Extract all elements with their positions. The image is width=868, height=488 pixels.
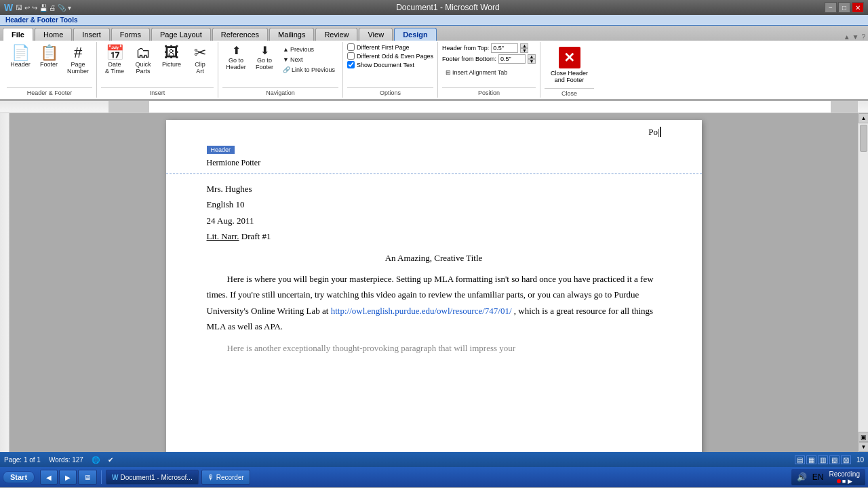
ribbon-commands: 📄 Header 📋 Footer # PageNumber Header & … <box>0 41 868 100</box>
page-header-area: Header Hermione Potter <box>166 140 702 174</box>
tab-insert[interactable]: Insert <box>73 28 110 41</box>
scroll-area[interactable]: Po| Header Hermione Potter Mrs. Hughes E… <box>9 113 858 452</box>
footer-from-bottom-label: Footer from Bottom: <box>442 56 496 62</box>
tab-references[interactable]: References <box>212 28 268 41</box>
taskbar-recorder-app[interactable]: 🎙 Recorder <box>201 470 250 485</box>
link-to-previous-button[interactable]: 🔗 Link to Previous <box>279 65 338 75</box>
restore-button[interactable]: □ <box>838 2 850 13</box>
view-buttons[interactable]: ▤ ▦ ▥ ▧ ▨ <box>795 455 851 464</box>
scroll-up-button[interactable]: ▲ <box>859 113 868 123</box>
recording-dot <box>837 479 841 483</box>
show-document-text-checkbox[interactable]: Show Document Text <box>347 61 433 68</box>
different-first-checkbox-input[interactable] <box>347 43 355 51</box>
position-group-label: Position <box>442 87 536 96</box>
previous-button[interactable]: ▲ Previous <box>279 45 338 54</box>
footer-button[interactable]: 📋 Footer <box>35 43 62 70</box>
header-button[interactable]: 📄 Header <box>7 43 34 70</box>
tab-home[interactable]: Home <box>35 28 72 41</box>
header-label: Header <box>207 146 235 154</box>
footer-from-bottom-input[interactable] <box>498 54 526 64</box>
word-count: Words: 127 <box>49 456 83 464</box>
recording-indicator[interactable]: Recording ■ ▶ <box>829 470 860 485</box>
clip-art-button[interactable]: ✂ ClipArt <box>186 43 214 77</box>
assignment-line: Lit. Narr. Draft #1 <box>207 228 661 244</box>
quick-parts-icon: 🗂 <box>136 45 151 60</box>
document-body: Mrs. Hughes English 10 24 Aug. 2011 Lit.… <box>166 174 702 375</box>
close-header-footer-icon: ✕ <box>559 47 580 68</box>
page-number-button[interactable]: # PageNumber <box>64 43 92 77</box>
document-page: Po| Header Hermione Potter Mrs. Hughes E… <box>166 120 702 452</box>
page-number-header: Po| <box>648 127 660 137</box>
picture-button[interactable]: 🖼 Picture <box>158 43 185 70</box>
scroll-down-button[interactable]: ▼ <box>859 442 868 452</box>
different-odd-even-input[interactable] <box>347 52 355 60</box>
tab-view[interactable]: View <box>359 28 393 41</box>
ribbon-group-close: ✕ Close Headerand Footer Close <box>540 42 598 98</box>
close-header-footer-button[interactable]: ✕ Close Headerand Footer <box>545 43 594 87</box>
tab-forms[interactable]: Forms <box>111 28 150 41</box>
footer-bottom-down-button[interactable]: ▼ <box>528 59 536 64</box>
language-icon: EN <box>812 472 824 482</box>
word-icon: W <box>4 2 13 13</box>
different-odd-even-checkbox[interactable]: Different Odd & Even Pages <box>347 52 433 60</box>
quick-launch-3[interactable]: 🖥 <box>78 470 97 485</box>
minimize-button[interactable]: − <box>825 2 837 13</box>
goto-footer-icon: ⬇ <box>260 45 269 56</box>
goto-header-icon: ⬆ <box>232 45 241 56</box>
word-taskbar-label: Document1 - Microsof... <box>121 474 193 481</box>
recorder-taskbar-icon: 🎙 <box>208 474 214 481</box>
taskbar-system-tray: 🔊 EN Recording ■ ▶ <box>791 469 865 485</box>
tab-mailings[interactable]: Mailings <box>269 28 314 41</box>
insert-alignment-tab-button[interactable]: ⊞ Insert Alignment Tab <box>442 68 536 77</box>
status-bar: Page: 1 of 1 Words: 127 🌐 ✔ ▤ ▦ ▥ ▧ ▨ 10 <box>0 452 868 467</box>
ribbon-group-navigation: ⬆ Go toHeader ⬇ Go toFooter ▲ Previous ▼ <box>218 42 343 98</box>
date-line: 24 Aug. 2011 <box>207 213 661 228</box>
tab-design[interactable]: Design <box>394 28 437 41</box>
quick-launch-2[interactable]: ▶ <box>59 470 77 485</box>
options-group-label2: Options <box>347 87 433 96</box>
footer-icon: 📋 <box>40 45 58 60</box>
header-from-top-input[interactable] <box>491 43 518 53</box>
quick-launch-1[interactable]: ◀ <box>40 470 58 485</box>
header-footer-tools-label: Header & Footer Tools <box>5 16 78 24</box>
title-text: Document1 - Microsoft Word <box>71 3 825 12</box>
ruler <box>0 101 868 113</box>
main-area: Po| Header Hermione Potter Mrs. Hughes E… <box>0 113 868 452</box>
close-group-label: Close <box>545 88 594 97</box>
quick-parts-button[interactable]: 🗂 QuickParts <box>130 43 157 77</box>
header-from-top-label: Header from Top: <box>442 45 489 52</box>
header-footer-group-label: Header & Footer <box>7 87 92 96</box>
tab-page-layout[interactable]: Page Layout <box>151 28 211 41</box>
picture-icon: 🖼 <box>164 45 179 60</box>
title-bar: W 🖫 ↩ ↪ 💾 🖨 📎 ▾ Document1 - Microsoft Wo… <box>0 0 868 15</box>
tab-file[interactable]: File <box>3 28 33 41</box>
left-ruler <box>0 113 9 452</box>
start-button[interactable]: Start <box>3 471 35 483</box>
close-button[interactable]: ✕ <box>852 2 864 13</box>
scroll-split-button[interactable]: ▣ <box>859 432 868 442</box>
goto-header-button[interactable]: ⬆ Go toHeader <box>222 43 250 73</box>
scroll-thumb[interactable] <box>860 125 867 152</box>
paragraph1: Here is where you will begin your master… <box>207 271 661 335</box>
next-button[interactable]: ▼ Next <box>279 55 338 64</box>
date-time-button[interactable]: 📅 Date& Time <box>101 43 128 77</box>
purdue-link[interactable]: http://owl.english.purdue.edu/owl/resour… <box>331 306 512 316</box>
show-doc-text-input[interactable] <box>347 61 355 68</box>
language-indicator: 🌐 <box>92 456 100 464</box>
different-first-page-checkbox[interactable]: Different First Page <box>347 43 433 51</box>
zoom-level: 10 <box>856 456 864 464</box>
footer-bottom-up-button[interactable]: ▲ <box>528 54 536 59</box>
taskbar: Start ◀ ▶ 🖥 W Document1 - Microsof... 🎙 … <box>0 467 868 487</box>
sound-icon: 🔊 <box>797 472 807 482</box>
next-icon: ▼ <box>283 56 289 63</box>
word-taskbar-icon: W <box>112 474 118 481</box>
header-top-up-button[interactable]: ▲ <box>520 43 528 48</box>
taskbar-word-app[interactable]: W Document1 - Microsof... <box>106 470 199 485</box>
ribbon-group-insert: 📅 Date& Time 🗂 QuickParts 🖼 Picture ✂ Cl… <box>97 42 218 98</box>
paragraph2: Here is another exceptionally thought-pr… <box>207 340 661 356</box>
doc-title: An Amazing, Creative Title <box>207 250 661 266</box>
goto-footer-button[interactable]: ⬇ Go toFooter <box>251 43 278 73</box>
tab-review[interactable]: Review <box>315 28 357 41</box>
insert-group-label: Insert <box>101 87 214 96</box>
header-top-down-button[interactable]: ▼ <box>520 48 528 53</box>
